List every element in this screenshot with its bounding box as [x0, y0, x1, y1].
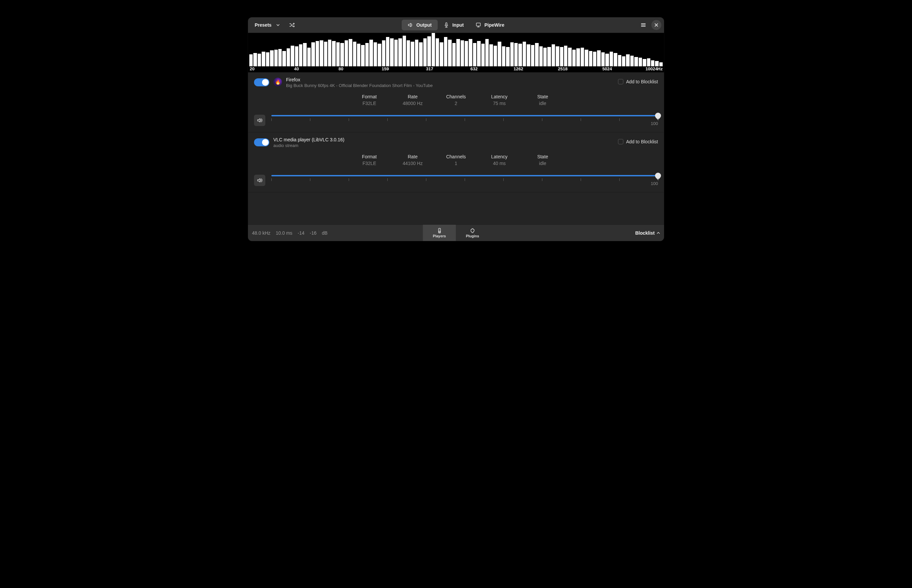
- footer-tab-plugins[interactable]: Plugins: [456, 225, 489, 241]
- app-window: Presets Output Input PipeWire: [248, 17, 664, 241]
- presets-button[interactable]: Presets: [251, 20, 284, 30]
- spectrum-bar: [469, 39, 472, 66]
- players-icon: [437, 228, 442, 233]
- blocklist-button[interactable]: Blocklist: [635, 230, 660, 236]
- spectrum-bar: [411, 42, 414, 66]
- spectrum-bar: [332, 41, 335, 66]
- spectrum-bar: [634, 57, 638, 66]
- freq-label: 632: [470, 66, 478, 71]
- footer-level-right: -16: [310, 230, 316, 236]
- spectrum-bar: [419, 42, 422, 66]
- firefox-icon: [273, 78, 282, 86]
- spectrum-bar: [253, 53, 257, 66]
- svg-rect-1: [476, 23, 480, 26]
- spectrum-bar: [324, 42, 327, 66]
- spectrum-bar: [282, 51, 286, 66]
- speaker-out-icon: [408, 22, 413, 27]
- spectrum-bar: [531, 45, 534, 66]
- menu-button[interactable]: [638, 20, 649, 30]
- stat-state-value: idle: [531, 101, 554, 106]
- spectrum-bar: [456, 39, 460, 66]
- shuffle-button[interactable]: [286, 19, 298, 31]
- footer-bar: 48.0 kHz 10.0 ms -14 -16 dB Players Plug…: [248, 225, 664, 241]
- tab-pipewire[interactable]: PipeWire: [470, 20, 510, 30]
- spectrum-bar: [336, 42, 340, 66]
- enable-toggle[interactable]: [254, 138, 270, 146]
- footer-tab-plugins-label: Plugins: [466, 234, 479, 238]
- freq-label: 80: [338, 66, 343, 71]
- volume-slider[interactable]: [271, 115, 658, 116]
- spectrum-bar: [585, 50, 588, 66]
- footer-tab-players[interactable]: Players: [423, 225, 456, 241]
- spectrum-bar: [651, 60, 654, 66]
- tab-output-label: Output: [416, 22, 432, 27]
- freq-label: 5024: [602, 66, 612, 71]
- spectrum-bar: [278, 49, 282, 66]
- spectrum-bar: [432, 33, 435, 66]
- stat-latency-label: Latency: [487, 94, 511, 99]
- volume-slider[interactable]: [271, 175, 658, 176]
- spectrum-bar: [518, 44, 522, 66]
- spectrum-bar: [547, 47, 550, 66]
- player-stats: FormatF32LE Rate44100 Hz Channels1 Laten…: [254, 154, 658, 166]
- spectrum-bar: [614, 53, 617, 66]
- spectrum-bar: [312, 42, 315, 66]
- spectrum-bar: [498, 42, 501, 66]
- add-to-blocklist[interactable]: Add to Blocklist: [618, 139, 658, 144]
- stat-latency-label: Latency: [487, 154, 511, 159]
- mute-button[interactable]: [254, 115, 265, 126]
- spectrum-bar: [328, 40, 331, 66]
- microphone-icon: [444, 22, 449, 27]
- spectrum-bar: [485, 39, 489, 66]
- spectrum-bar: [444, 37, 447, 66]
- spectrum-bar: [473, 43, 476, 66]
- close-icon: [654, 23, 659, 27]
- checkbox-icon: [618, 79, 623, 84]
- close-button[interactable]: [651, 20, 661, 30]
- stat-format-label: Format: [358, 154, 381, 159]
- spectrum-bar: [407, 40, 410, 66]
- footer-db-unit: dB: [322, 230, 328, 236]
- players-list: Firefox Big Buck Bunny 60fps 4K - Offici…: [248, 72, 664, 192]
- volume-value: 100: [649, 121, 658, 126]
- spectrum-bar: [568, 48, 571, 66]
- spectrum-bar: [597, 50, 600, 66]
- spectrum-bar: [655, 61, 659, 66]
- spectrum-bar: [576, 48, 579, 66]
- player-row: VLC media player (LibVLC 3.0.16) audio s…: [248, 132, 664, 192]
- stat-format-value: F32LE: [358, 101, 381, 106]
- spectrum-bar: [523, 42, 526, 66]
- stat-rate-value: 48000 Hz: [401, 101, 425, 106]
- chevron-down-icon: [276, 23, 280, 27]
- freq-label: 10024: [645, 66, 657, 71]
- spectrum-bar: [440, 42, 443, 66]
- spectrum-bar: [593, 52, 596, 66]
- add-to-blocklist[interactable]: Add to Blocklist: [618, 79, 658, 84]
- spectrum-bar: [560, 47, 563, 66]
- freq-label: 40: [294, 66, 299, 71]
- spectrum-bar: [299, 44, 302, 66]
- spectrum-bar: [461, 40, 464, 66]
- player-name: VLC media player (LibVLC 3.0.16): [273, 137, 614, 142]
- footer-tab-players-label: Players: [433, 234, 446, 238]
- spectrum-bar: [535, 43, 538, 66]
- hamburger-icon: [641, 22, 646, 27]
- mute-button[interactable]: [254, 174, 265, 186]
- spectrum-bar: [494, 46, 497, 66]
- spectrum-bar: [605, 54, 609, 66]
- spectrum-bar: [477, 41, 480, 66]
- spectrum-bar: [448, 40, 451, 66]
- spectrum-bar: [316, 41, 319, 66]
- tab-input[interactable]: Input: [437, 20, 470, 30]
- stat-channels-value: 1: [444, 161, 468, 166]
- spectrum-bar: [647, 58, 651, 66]
- spectrum-bar: [489, 44, 493, 66]
- spectrum-bar: [398, 38, 402, 66]
- tab-output[interactable]: Output: [402, 20, 437, 30]
- freq-label: 317: [426, 66, 433, 71]
- spectrum-bar: [357, 44, 360, 66]
- volume-value: 100: [649, 181, 658, 186]
- spectrum-bar: [514, 43, 518, 66]
- enable-toggle[interactable]: [254, 78, 270, 86]
- spectrum-bar: [556, 46, 559, 66]
